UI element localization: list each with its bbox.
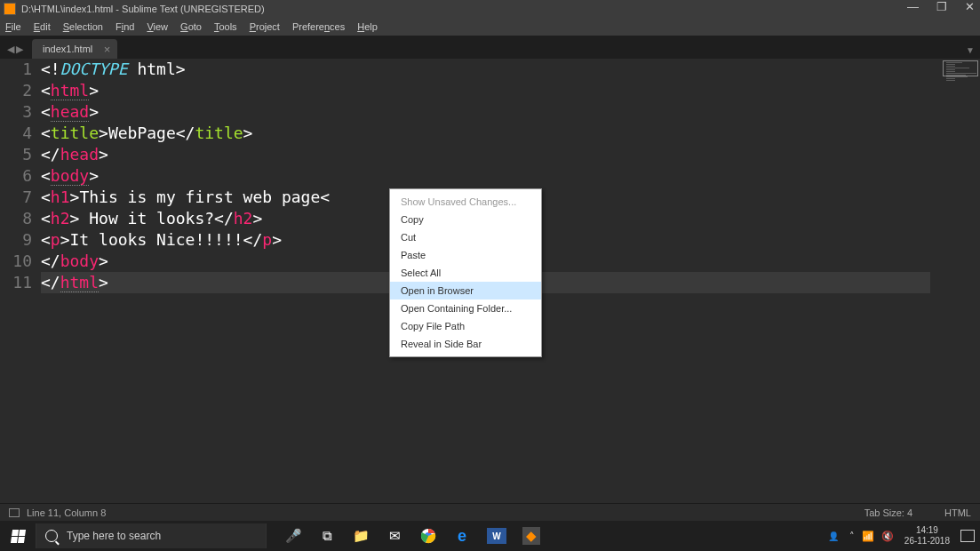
menu-preferences[interactable]: Preferences [292, 21, 345, 32]
mail-icon[interactable]: ✉ [386, 527, 403, 545]
menu-file[interactable]: File [5, 21, 21, 32]
tray-chevron-icon[interactable]: ˄ [849, 531, 855, 542]
ctx-copy[interactable]: Copy [390, 211, 541, 228]
taskbar-pinned: 🎤 ⧉ 📁 ✉ e W ◆ [284, 527, 540, 545]
menubar: File Edit Selection Find View Goto Tools… [0, 18, 980, 36]
edge-icon[interactable]: e [453, 527, 471, 545]
ctx-paste[interactable]: Paste [390, 246, 541, 264]
menu-find[interactable]: Find [116, 21, 134, 32]
ctx-show-unsaved: Show Unsaved Changes... [390, 193, 541, 211]
task-view-icon[interactable]: ⧉ [318, 527, 336, 545]
line-number: 5 [0, 144, 32, 165]
menu-edit[interactable]: Edit [34, 21, 51, 32]
network-icon[interactable]: 📶 [862, 531, 874, 542]
tabbar: ◀▶ index1.html × ▼ [0, 36, 980, 59]
people-icon[interactable]: 👤 [828, 531, 839, 541]
tab-dropdown-icon[interactable]: ▼ [966, 45, 975, 55]
tab-nav-arrows[interactable]: ◀▶ [0, 44, 32, 59]
ctx-select-all[interactable]: Select All [390, 264, 541, 282]
line-number: 3 [0, 101, 32, 123]
ctx-cut[interactable]: Cut [390, 228, 541, 246]
clock-time: 14:19 [904, 525, 950, 536]
ctx-open-in-browser[interactable]: Open in Browser [390, 282, 541, 299]
status-position[interactable]: Line 11, Column 8 [27, 507, 106, 518]
gutter: 1 2 3 4 5 6 7 8 9 10 11 [0, 59, 41, 503]
window-title: D:\HTML\index1.html - Sublime Text (UNRE… [21, 4, 265, 14]
status-tabsize[interactable]: Tab Size: 4 [864, 507, 912, 518]
maximize-button[interactable]: ❐ [936, 0, 947, 13]
search-icon [45, 530, 58, 542]
line-number: 8 [0, 208, 32, 229]
line-number: 2 [0, 80, 32, 101]
app-icon [4, 3, 16, 15]
chrome-icon[interactable] [419, 527, 437, 545]
sublime-icon[interactable]: ◆ [522, 527, 540, 545]
clock-date: 26-11-2018 [904, 536, 950, 547]
minimize-button[interactable]: — [907, 0, 919, 13]
editor[interactable]: 1 2 3 4 5 6 7 8 9 10 11 <!DOCTYPE html> … [0, 59, 980, 503]
line-number: 6 [0, 165, 32, 187]
windows-logo-icon [10, 530, 25, 543]
start-button[interactable] [0, 521, 36, 551]
titlebar: D:\HTML\index1.html - Sublime Text (UNRE… [0, 0, 980, 18]
search-placeholder: Type here to search [67, 530, 161, 542]
file-explorer-icon[interactable]: 📁 [352, 527, 370, 545]
statusbar: Line 11, Column 8 Tab Size: 4 HTML [0, 503, 980, 521]
line-number: 7 [0, 187, 32, 208]
status-syntax[interactable]: HTML [944, 507, 971, 518]
menu-help[interactable]: Help [357, 21, 378, 32]
ctx-copy-file-path[interactable]: Copy File Path [390, 317, 541, 335]
tab-close-icon[interactable]: × [104, 43, 111, 56]
menu-project[interactable]: Project [250, 21, 280, 32]
clock[interactable]: 14:19 26-11-2018 [904, 525, 950, 547]
line-number: 1 [0, 59, 32, 80]
taskbar-search[interactable]: Type here to search [36, 523, 267, 548]
ctx-reveal-in-sidebar[interactable]: Reveal in Side Bar [390, 335, 541, 353]
action-center-icon[interactable] [960, 530, 975, 542]
tab-index1[interactable]: index1.html × [32, 39, 117, 59]
volume-icon[interactable]: 🔇 [881, 531, 894, 542]
menu-tools[interactable]: Tools [214, 21, 237, 32]
tab-label: index1.html [43, 44, 92, 54]
line-number: 11 [0, 272, 32, 293]
cortana-mic-icon[interactable]: 🎤 [284, 527, 302, 545]
line-number: 10 [0, 251, 32, 272]
context-menu: Show Unsaved Changes... Copy Cut Paste S… [389, 188, 542, 357]
menu-view[interactable]: View [147, 21, 168, 32]
word-icon[interactable]: W [487, 528, 506, 544]
panel-switcher-icon[interactable] [9, 508, 20, 517]
line-number: 9 [0, 229, 32, 251]
ctx-open-containing-folder[interactable]: Open Containing Folder... [390, 299, 541, 317]
menu-selection[interactable]: Selection [63, 21, 103, 32]
menu-goto[interactable]: Goto [180, 21, 202, 32]
close-button[interactable]: ✕ [965, 0, 975, 13]
line-number: 4 [0, 123, 32, 144]
system-tray: 👤 ˄ 📶 🔇 14:19 26-11-2018 [828, 521, 975, 551]
taskbar: Type here to search 🎤 ⧉ 📁 ✉ e W ◆ 👤 ˄ 📶 … [0, 521, 980, 551]
